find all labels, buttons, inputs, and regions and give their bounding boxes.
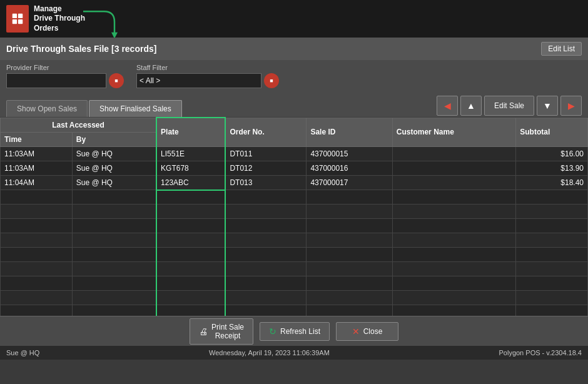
svg-marker-4: [111, 33, 118, 38]
table-row-empty: [1, 219, 588, 233]
cell-subtotal: $18.40: [516, 175, 588, 190]
tab-row: Show Open Sales Show Finalised Sales ◀ ▲…: [0, 92, 588, 117]
provider-filter-clear-button[interactable]: [109, 73, 124, 88]
staff-filter-input[interactable]: [136, 73, 261, 88]
cell-plate: 123ABC: [156, 175, 225, 190]
customer-name-header: Customer Name: [392, 118, 515, 146]
cell-time: 11:04AM: [1, 175, 73, 190]
subtotal-header: Subtotal: [516, 118, 588, 146]
status-bar: Sue @ HQ Wednesday, April 19, 2023 11:06…: [0, 346, 588, 360]
cell-by: Sue @ HQ: [72, 175, 156, 190]
provider-filter-label: Provider Filter: [6, 64, 124, 71]
table-row[interactable]: 11:03AM Sue @ HQ LI551E DT011 437000015 …: [1, 146, 588, 161]
cell-customer-name: [392, 146, 515, 161]
table-row-empty: [1, 233, 588, 248]
svg-rect-0: [13, 14, 17, 18]
cell-by: Sue @ HQ: [72, 161, 156, 175]
table-row[interactable]: 11:03AM Sue @ HQ KGT678 DT012 437000016 …: [1, 161, 588, 175]
cell-sale-id: 437000015: [307, 146, 392, 161]
tab-group: Show Open Sales Show Finalised Sales: [6, 100, 182, 117]
page-title: Drive Through Sales File [3 records]: [6, 44, 156, 54]
plate-header: Plate: [156, 118, 225, 146]
cell-order-no: DT011: [225, 146, 306, 161]
chevron-down-icon: ▼: [543, 101, 552, 111]
main-content: Last Accessed Plate Order No. Sale ID Cu…: [0, 117, 588, 316]
table-row-empty: [1, 190, 588, 205]
print-icon: 🖨: [199, 326, 208, 336]
refresh-list-button[interactable]: ↻ Refresh List: [260, 322, 330, 341]
cell-plate: LI551E: [156, 146, 225, 161]
cell-sale-id: 437000017: [307, 175, 392, 190]
close-label: Close: [363, 327, 383, 336]
svg-rect-2: [13, 19, 17, 24]
nav-down-button[interactable]: ▼: [537, 96, 558, 116]
status-version: Polygon POS - v.2304.18.4: [499, 349, 582, 356]
footer-buttons: 🖨 Print SaleReceipt ↻ Refresh List ✕ Clo…: [0, 316, 588, 346]
sales-table: Last Accessed Plate Order No. Sale ID Cu…: [0, 117, 588, 316]
show-finalised-sales-tab[interactable]: Show Finalised Sales: [89, 100, 182, 117]
close-icon: ✕: [352, 326, 360, 336]
top-bar: Manage Drive Through Orders: [0, 0, 588, 38]
time-header: Time: [1, 132, 73, 146]
table-row-empty: [1, 305, 588, 316]
staff-filter-group: Staff Filter: [136, 64, 279, 88]
cell-time: 11:03AM: [1, 161, 73, 175]
provider-filter-input[interactable]: [6, 73, 106, 88]
app-icon: [6, 5, 29, 33]
table-row-empty: [1, 276, 588, 291]
chevron-up-icon: ▲: [467, 101, 475, 111]
table-row-empty: [1, 248, 588, 262]
order-no-header: Order No.: [225, 118, 306, 146]
table-row-empty: [1, 262, 588, 276]
edit-sale-label: Edit Sale: [494, 101, 524, 110]
close-button[interactable]: ✕ Close: [336, 322, 398, 341]
staff-filter-clear-button[interactable]: [264, 73, 279, 88]
table-row[interactable]: 11:04AM Sue @ HQ 123ABC DT013 437000017 …: [1, 175, 588, 190]
cell-time: 11:03AM: [1, 146, 73, 161]
svg-rect-3: [18, 19, 23, 24]
table-row-empty: [1, 291, 588, 305]
cell-customer-name: [392, 161, 515, 175]
staff-filter-label: Staff Filter: [136, 64, 279, 71]
sale-id-header: Sale ID: [307, 118, 392, 146]
provider-filter-group: Provider Filter: [6, 64, 124, 88]
print-sale-receipt-button[interactable]: 🖨 Print SaleReceipt: [190, 318, 253, 345]
nav-up-button[interactable]: ▲: [460, 96, 482, 116]
filter-row: Provider Filter Staff Filter: [0, 60, 588, 92]
green-arrow: [74, 6, 124, 38]
nav-right-button[interactable]: ▶: [560, 96, 582, 116]
refresh-label: Refresh List: [280, 327, 320, 336]
chevron-left-icon: ◀: [444, 101, 451, 111]
cell-order-no: DT012: [225, 161, 306, 175]
cell-subtotal: $16.00: [516, 146, 588, 161]
cell-order-no: DT013: [225, 175, 306, 190]
status-user: Sue @ HQ: [6, 349, 39, 356]
cell-subtotal: $13.90: [516, 161, 588, 175]
refresh-icon: ↻: [269, 326, 276, 336]
edit-list-button[interactable]: Edit List: [541, 42, 582, 56]
last-accessed-header: Last Accessed: [1, 118, 157, 132]
cell-by: Sue @ HQ: [72, 146, 156, 161]
table-body: 11:03AM Sue @ HQ LI551E DT011 437000015 …: [1, 146, 588, 316]
status-datetime: Wednesday, April 19, 2023 11:06:39AM: [209, 349, 330, 356]
title-bar: Drive Through Sales File [3 records] Edi…: [0, 38, 588, 60]
action-buttons: ◀ ▲ Edit Sale ▼ ▶: [437, 96, 582, 116]
cell-plate: KGT678: [156, 161, 225, 175]
nav-left-button[interactable]: ◀: [437, 96, 458, 116]
cell-customer-name: [392, 175, 515, 190]
by-header: By: [72, 132, 156, 146]
edit-sale-button[interactable]: Edit Sale: [484, 96, 534, 116]
table-row-empty: [1, 205, 588, 219]
svg-rect-1: [18, 14, 23, 18]
cell-sale-id: 437000016: [307, 161, 392, 175]
show-open-sales-tab[interactable]: Show Open Sales: [6, 100, 88, 117]
chevron-right-icon: ▶: [568, 101, 575, 111]
print-label: Print SaleReceipt: [211, 323, 244, 340]
